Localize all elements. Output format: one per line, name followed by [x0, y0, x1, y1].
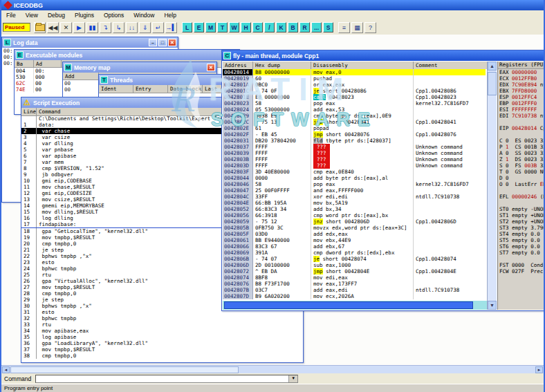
register-row[interactable]: FST 0000 Cond 0 — [498, 262, 544, 268]
window-shortcut-button[interactable]: S — [323, 22, 333, 32]
window-shortcut-button[interactable]: / — [264, 22, 275, 32]
maximize-button[interactable]: □ — [158, 39, 167, 46]
disassembly-row[interactable]: 0042801A 0BC0 or eax,eax — [223, 82, 487, 88]
toolbar-button[interactable]: →▍ — [165, 22, 177, 33]
disassembly-row[interactable]: 00428066 83C3 67 add ebx,67 — [223, 243, 487, 250]
disasm-vertical-scrollbar[interactable]: ▲ ▼ — [487, 62, 497, 310]
register-row[interactable]: A 0 SS 0023 32b — [498, 150, 544, 156]
register-row[interactable]: ESI FFFFFFFF — [498, 106, 544, 113]
close-button[interactable]: ✕ — [168, 39, 176, 46]
disassembly-row[interactable]: 00428072 ^ EB DA jmp short 0042804E Cpp1… — [223, 268, 487, 274]
disassembly-row[interactable]: 00428014 B8 00000000 mov eax,0 — [223, 69, 487, 75]
register-row[interactable]: D 0 — [498, 175, 544, 181]
register-row[interactable]: EFL 00000246 (NO — [498, 194, 544, 200]
menu-item[interactable]: View — [21, 12, 43, 19]
register-row[interactable]: T 0 GS 0000 NUL — [498, 169, 544, 175]
toolbar-button[interactable]: ? — [364, 22, 376, 33]
window-shortcut-button[interactable]: R — [299, 22, 310, 32]
register-row[interactable] — [498, 119, 544, 125]
script-line[interactable]: 38 cmp tmpbp,0 — [21, 353, 303, 359]
register-row[interactable] — [498, 131, 544, 138]
disassembly-row[interactable]: 0042804E 66:BB 195A mov bx,5A19 — [223, 200, 487, 206]
toolbar-button[interactable]: ↴ — [100, 22, 111, 33]
register-row[interactable]: EBX 7FFD8000 — [498, 88, 544, 94]
window-shortcut-button[interactable]: W — [229, 22, 239, 32]
disassembly-row[interactable]: 0042805F 03D0 add edx,eax — [223, 231, 487, 237]
disassembly-row[interactable]: 0042802C - 75 13 jnz short 00428041 Cpp1… — [223, 119, 487, 125]
window-shortcut-button[interactable]: T — [217, 22, 228, 32]
register-row[interactable]: ST2 empty +UNORM — [498, 218, 544, 225]
disassembly-row[interactable]: 00428037 FFFF ??? Unknown command — [223, 144, 487, 150]
toolbar-button[interactable]: ▮▮ — [86, 22, 98, 33]
scroll-up-arrow[interactable]: ▲ — [488, 62, 497, 71]
disasm-horizontal-scrollbar[interactable] — [223, 301, 487, 310]
register-row[interactable]: ST6 empty 0.0 — [498, 243, 544, 250]
window-shortcut-button[interactable]: B — [288, 22, 298, 32]
scrollbar-thumb[interactable] — [10, 366, 239, 373]
disassembly-row[interactable]: 0042802E 61 popad — [223, 125, 487, 131]
disassembly-row[interactable]: 00428069 391A cmp dword ptr ds:[edx],ebx — [223, 250, 487, 256]
register-row[interactable]: ST7 empty 0.0 — [498, 250, 544, 256]
script-line[interactable]: 36 gpa "LoadLibraryA", "kernel32.dll" — [21, 340, 303, 346]
chevron-down-icon[interactable]: ▼ — [288, 375, 297, 382]
toolbar-button[interactable]: ↓↓ — [126, 22, 138, 33]
mdi-horizontal-scrollbar[interactable]: ◄ ► — [1, 365, 544, 373]
menu-item[interactable]: Debug — [43, 12, 70, 19]
register-row[interactable]: ST1 empty +UNORM — [498, 212, 544, 218]
disassembly-row[interactable]: 00428039 FFFF ??? Unknown command — [223, 150, 487, 156]
window-shortcut-button[interactable]: L — [182, 22, 192, 32]
register-row[interactable] — [498, 200, 544, 206]
disassembly-row[interactable]: 0042802F - EB 45 jmp short 00428076 Cpp1… — [223, 131, 487, 138]
register-row[interactable]: C 0 ES 0023 32b — [498, 138, 544, 144]
disassembly-row[interactable]: 00428074 8BF8 mov edi,eax — [223, 274, 487, 281]
scrollbar-thumb[interactable] — [488, 72, 497, 95]
script-line[interactable]: 35 log apibase — [21, 334, 303, 340]
disassembly-row[interactable]: 00428024 05 53000000 add eax,53 — [223, 106, 487, 113]
register-row[interactable]: ESP 0012FFC4 — [498, 94, 544, 100]
toolbar-button[interactable]: ⇓ — [139, 22, 151, 33]
menu-item[interactable]: Plugins — [70, 12, 99, 19]
window-shortcut-button[interactable]: M — [205, 22, 216, 32]
disassembly-row[interactable]: 00428061 BB E9440000 mov ebx,44E9 — [223, 237, 487, 243]
open-file-button[interactable] — [34, 22, 46, 33]
disassembly-row[interactable]: 00428023 58 pop eax kernel32.7C816FD7 — [223, 100, 487, 106]
scroll-down-arrow[interactable]: ▼ — [488, 301, 497, 310]
register-row[interactable] — [498, 187, 544, 194]
disassembly-row[interactable]: 00428044 0000 add byte ptr ds:[eax],al — [223, 175, 487, 181]
script-line[interactable]: 34 mov apibase,eax — [21, 328, 303, 334]
disassembly-row[interactable]: 00428029 8038 E9 cmp byte ptr ds:[eax],0… — [223, 113, 487, 119]
window-shortcut-button[interactable]: C — [252, 22, 263, 32]
register-row[interactable]: ECX 0012FFB0 — [498, 75, 544, 82]
register-row[interactable]: ST0 empty -UNORM — [498, 206, 544, 212]
register-row[interactable]: ST5 empty 0.0 — [498, 237, 544, 243]
disassembly-row[interactable]: 00428056 66:3918 cmp word ptr ds:[eax],b… — [223, 212, 487, 218]
minimize-button[interactable]: – — [149, 39, 157, 46]
register-row[interactable]: S 0 FS 003B 32b — [498, 162, 544, 169]
disassembly-row[interactable]: 0042806B - 74 07 je short 00428074 Cpp1.… — [223, 256, 487, 262]
disassembly-row[interactable]: 0042803D FFFF ??? Unknown command — [223, 162, 487, 169]
register-row[interactable]: ST4 empty 0.0 — [498, 231, 544, 237]
register-row[interactable]: FCW 027F Prec N — [498, 268, 544, 274]
menu-item[interactable]: Options — [99, 12, 129, 19]
register-row[interactable]: O 0 LastErr ERR — [498, 181, 544, 187]
register-row[interactable]: EDI 7C910738 ntd — [498, 113, 544, 119]
toolbar-button[interactable]: ✕ — [60, 22, 72, 33]
register-row[interactable]: EIP 00428014 Cpp — [498, 125, 544, 131]
disassembly-row[interactable]: 0042807D B9 6A020200 mov ecx,2026A — [223, 293, 487, 299]
script-line[interactable]: 32 bphwc tmpbp — [21, 315, 303, 321]
register-row[interactable]: Z 1 DS 0023 32b — [498, 156, 544, 162]
register-row[interactable]: EBP 0012FFF0 — [498, 100, 544, 106]
disassembly-row[interactable]: 0042806D 2D 00100000 sub eax,1000 — [223, 262, 487, 268]
memory-map-titlebar[interactable]: M Memory map ✕ — [63, 62, 216, 73]
command-input[interactable]: ▼ — [35, 375, 298, 383]
register-row[interactable]: ST3 empty 3.7900 — [498, 225, 544, 231]
disassembly-row[interactable]: 00428046 58 pop eax kernel32.7C816FD7 — [223, 181, 487, 187]
disassembly-row[interactable]: 0042801E E8 00000000 call 00428023 Cpp1.… — [223, 94, 487, 100]
window-shortcut-button[interactable]: ... — [311, 22, 322, 32]
disassembly-row[interactable]: 00428052 66:83C3 34 add bx,34 — [223, 206, 487, 212]
scroll-right-arrow[interactable]: ► — [535, 366, 543, 373]
cpu-titlebar[interactable]: C fly - main thread, module Cpp1 — [222, 50, 544, 61]
toolbar-button[interactable]: ↳ — [113, 22, 124, 33]
disassembly-row[interactable]: 0042801C - 74 0F je short 00428086 Cpp1.… — [223, 88, 487, 94]
log-data-titlebar[interactable]: L Log data – □ ✕ — [2, 37, 178, 48]
